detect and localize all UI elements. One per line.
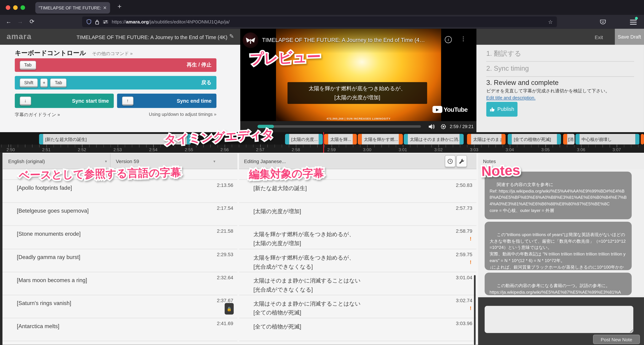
subtitle-row[interactable]: [Betelgeuse goes supernova]2:17.54 [2, 202, 238, 226]
subtitle-row[interactable]: [Deadly gamma ray burst]2:29.53 [2, 249, 238, 272]
block-start-handle[interactable] [563, 134, 567, 144]
new-tab-button[interactable]: + [118, 2, 122, 11]
amara-logo[interactable]: amara [6, 32, 32, 41]
block-end-handle[interactable] [318, 134, 323, 144]
subtitle-row[interactable]: [Stone monuments erode]2:21.58 [2, 226, 238, 249]
adjust-timings-link[interactable]: Using up/down to adjust timings » [127, 112, 216, 117]
notes-list[interactable]: 関連する内容の文章を参考に Ref: https://ja.wikipedia.… [478, 169, 644, 297]
window-minimize-button[interactable] [13, 5, 18, 10]
window-zoom-button[interactable] [20, 5, 25, 10]
subtitle-row[interactable]: [太陽の光度が増加] 2:57.73 [239, 202, 476, 226]
tab-close-icon[interactable]: ✕ [103, 5, 107, 10]
subtitle-row[interactable]: [全ての植物が死滅] 3:03.96 [239, 318, 476, 341]
chevron-down-icon[interactable]: ▼ [213, 160, 216, 164]
pocket-icon[interactable] [600, 19, 606, 25]
bookmark-star-icon[interactable]: ☆ [548, 19, 553, 25]
subtitle-list-scrollbar[interactable] [474, 275, 476, 345]
back-button[interactable]: ← [6, 18, 11, 25]
block-end-handle[interactable] [502, 134, 506, 144]
step-review[interactable]: 3. Review and complete [486, 79, 558, 87]
block-start-handle[interactable] [404, 134, 408, 144]
block-start-handle[interactable] [576, 134, 580, 144]
left-scrollbar-gutter[interactable] [0, 153, 2, 345]
timeline-ruler[interactable]: 2:50 2:51 2:52 2:53 2:54 2:55 2:56 2:57 … [0, 144, 644, 153]
timeline-subtitle-block[interactable]: [消 [563, 134, 575, 144]
url-text[interactable]: https://amara.org/ja/subtitles/editor/4h… [112, 19, 230, 24]
permissions-icon[interactable] [103, 19, 108, 24]
timeline-subtitle-block[interactable]: 太陽を輝かす燃... [358, 134, 403, 144]
timeline-subtitle-block[interactable]: [全ての植物が死滅] [508, 134, 561, 144]
timeline-subtitle-block[interactable]: 中心核が崩壊し [576, 134, 640, 144]
url-bar[interactable]: https://amara.org/ja/subtitles/editor/4h… [82, 16, 557, 27]
step-sync-timing[interactable]: 2. Sync timing [486, 64, 529, 72]
block-end-handle[interactable] [635, 134, 640, 144]
block-start-handle[interactable] [358, 134, 362, 144]
new-note-input[interactable] [484, 306, 633, 333]
timeline-playhead[interactable] [323, 132, 324, 153]
subtitle-row[interactable]: [Mars moon becomes a ring]2:32.64 [2, 272, 238, 295]
more-commands-link[interactable]: その他のコマンド » [92, 50, 133, 57]
chevron-down-icon[interactable]: ▼ [104, 160, 108, 164]
timeline-subtitle-block[interactable]: [太陽の光度... [285, 134, 323, 144]
play-pause-shortcut[interactable]: Tab 再生 / 停止 [15, 58, 216, 72]
edit-title-description-link[interactable]: Edit title and description. [486, 95, 536, 100]
block-start-handle[interactable] [285, 134, 289, 144]
block-start-handle[interactable] [508, 134, 512, 144]
note-item[interactable]: この"trillions upon trillions of years"は簡潔… [484, 222, 632, 270]
browser-tab[interactable]: "TIMELAPSE OF THE FUTURE: A Jou ✕ [35, 2, 110, 14]
publish-button[interactable]: Publish [486, 102, 518, 116]
reload-button[interactable]: ⟳ [30, 18, 34, 25]
edit-title-icon[interactable]: ✎ [229, 33, 234, 40]
version-dropdown[interactable]: Version 59 [116, 158, 139, 164]
tracking-shield-icon[interactable] [86, 19, 92, 24]
annotation-preview: プレビュー [249, 47, 321, 68]
channel-avatar[interactable] [243, 32, 258, 48]
step-translate[interactable]: 1. 翻訳する [486, 49, 521, 58]
exit-button[interactable]: Exit [595, 34, 603, 40]
timeline-subtitle-block[interactable]: 太陽を輝... [324, 134, 357, 144]
block-end-handle[interactable] [399, 134, 403, 144]
subtitle-row[interactable]: 太陽はそのまま静かに消滅することはない[全ての植物が死滅] 3:02.74! [239, 295, 476, 318]
tools-button[interactable] [456, 155, 467, 167]
save-draft-button[interactable]: Save Draft [615, 29, 644, 45]
timeline-subtitle-block[interactable]: 太陽はそのまま静かに消... [404, 134, 464, 144]
block-end-handle[interactable] [460, 134, 464, 144]
video-player[interactable]: TIMELAPSE OF THE FUTURE: A Journey to th… [240, 29, 476, 132]
editing-subtitle-list[interactable]: [新たな超大陸の誕生] 2:50.83 [太陽の光度が増加] 2:57.73 太… [239, 169, 476, 345]
window-close-button[interactable] [6, 5, 10, 10]
block-start-handle[interactable] [324, 134, 328, 144]
subtitle-row[interactable]: [Antarctica melts]2:41.69 [2, 318, 238, 341]
forward-button[interactable]: → [17, 18, 23, 25]
subtitle-row[interactable]: 太陽を輝かす燃料が底をつき始めるが、[光合成ができなくなる] 2:59.75! [239, 249, 476, 272]
back-shortcut[interactable]: Shift + Tab 戻る [15, 76, 216, 90]
post-new-note-button[interactable]: Post New Note [593, 335, 640, 344]
timeline-subtitle-block[interactable]: 太陽はそのまま... [467, 134, 506, 144]
block-end-handle[interactable] [353, 134, 357, 144]
subtitle-row[interactable]: 太陽を輝かす燃料が底をつき始めるが、[太陽の光度が増加] 2:58.79! [239, 226, 476, 249]
info-icon[interactable]: i [445, 36, 452, 43]
video-overlay-title[interactable]: TIMELAPSE OF THE FUTURE: A Journey to th… [262, 37, 443, 43]
volume-icon[interactable] [428, 124, 436, 130]
subtitle-row[interactable]: [新たな超大陸の誕生] 2:50.83 [239, 180, 476, 202]
sync-end-button[interactable]: ↑ Sync end time [117, 94, 216, 108]
sync-start-button[interactable]: ↓ Sync start time [15, 94, 114, 108]
language-dropdown[interactable]: English (original) [8, 158, 45, 164]
timeline-subtitle-block[interactable] [640, 134, 644, 144]
seek-bar[interactable] [258, 125, 421, 128]
block-end-handle[interactable] [557, 134, 561, 144]
lock-icon[interactable] [95, 19, 99, 24]
note-item[interactable]: この動画の内容の参考になる書籍の一つ。訳語の参考に。 https://ja.wi… [484, 273, 632, 295]
block-start-handle[interactable] [467, 134, 471, 144]
subtitle-row[interactable]: [Apollo footprints fade]2:13.56 [2, 180, 238, 202]
subtitle-guidelines-link[interactable]: 字幕のガイドライン » [15, 112, 60, 118]
more-options-icon[interactable]: ⋮ [460, 35, 466, 42]
reference-subtitle-list[interactable]: [Apollo footprints fade]2:13.56 [Betelge… [2, 169, 238, 345]
timing-tools-button[interactable] [445, 155, 456, 167]
subtitle-row[interactable]: [Saturn's rings vanish]2:37.67 🔒 [2, 295, 238, 318]
menu-icon[interactable] [630, 18, 636, 26]
block-start-handle[interactable] [39, 134, 43, 144]
youtube-logo[interactable]: ▶ YouTube [432, 106, 468, 113]
note-item[interactable]: 関連する内容の文章を参考に Ref: https://ja.wikipedia.… [484, 172, 632, 219]
settings-gear-icon[interactable] [440, 124, 446, 130]
subtitle-row[interactable]: 太陽はそのまま静かに消滅することはない[光合成ができなくなる] 3:01.04 [239, 272, 476, 295]
